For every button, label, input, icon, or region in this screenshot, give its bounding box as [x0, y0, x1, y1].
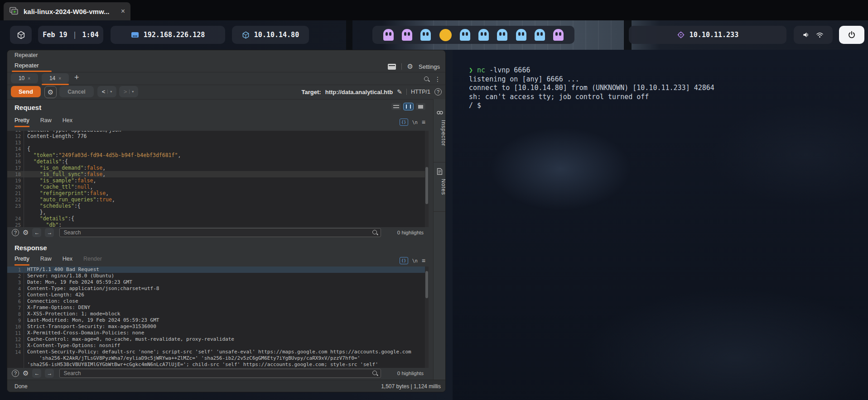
response-search-input[interactable] [59, 369, 381, 378]
taskbar-local-ip-widget[interactable]: 192.168.226.128 [111, 26, 225, 44]
code-line: 12Cache-Control: max-age=0, no-cache, mu… [7, 336, 425, 343]
power-icon [848, 31, 856, 39]
tab-repeater[interactable]: Repeater [14, 62, 39, 69]
search-prev-button[interactable]: ← [32, 369, 41, 378]
session-tab-14[interactable]: 14 × [42, 73, 69, 83]
taskbar-audio-network-widget[interactable] [794, 26, 833, 44]
taskbar-date: Feb 19 [43, 31, 67, 39]
new-session-tab-button[interactable]: + [74, 73, 79, 82]
terminal-line: sh: can't access tty; job control turned… [469, 93, 714, 102]
ghost-icon [497, 29, 507, 41]
response-editor[interactable]: 1HTTP/1.1 400 Bad Request2Server: nginx/… [7, 267, 425, 368]
tab-pretty[interactable]: Pretty [14, 256, 29, 266]
vmware-vm-tab[interactable]: kali-linux-2024-W06-vmw... × [4, 2, 130, 20]
request-view-tabs: Pretty Raw Hex [14, 117, 72, 127]
search-icon [372, 370, 378, 376]
search-next-button[interactable]: → [45, 228, 54, 237]
editor-menu-icon[interactable] [422, 257, 425, 265]
code-line: 16 "details":{ [7, 158, 425, 165]
taskbar-target-ip-widget[interactable]: 10.10.11.233 [629, 26, 786, 44]
terminal-line: connect to [10.10.14.80] from (UNKNOWN) … [469, 84, 714, 93]
session-tab-10[interactable]: 10 × [11, 73, 38, 83]
history-back-button[interactable]: <▾ [97, 86, 116, 97]
help-icon[interactable]: ? [12, 229, 19, 236]
cancel-button[interactable]: Cancel [59, 86, 94, 97]
search-prev-button[interactable]: ← [32, 228, 41, 237]
code-line: 2Server: nginx/1.18.0 (Ubuntu) [7, 273, 425, 279]
vm-tab-title: kali-linux-2024-W06-vmw... [24, 8, 110, 15]
terminal-line: ❯ nc -lvnp 6666 [469, 66, 714, 75]
taskbar-apps-widget[interactable] [10, 26, 32, 44]
request-section-title: Request [14, 104, 41, 111]
request-scrollbar-thumb[interactable] [425, 167, 428, 204]
tab-render[interactable]: Render [83, 256, 102, 266]
notes-icon[interactable] [436, 168, 444, 175]
taskbar-vpn-ip: 10.10.14.80 [254, 31, 299, 39]
editor-menu-icon[interactable] [422, 118, 425, 126]
gear-icon[interactable] [407, 62, 413, 71]
syntax-highlight-icon[interactable]: {} [400, 257, 408, 264]
request-highlight-count: 0 highlights [385, 230, 426, 235]
newline-toggle-icon[interactable]: \n [412, 258, 418, 263]
newline-toggle-icon[interactable]: \n [412, 120, 418, 125]
tab-hex[interactable]: Hex [63, 256, 72, 266]
tab-raw[interactable]: Raw [40, 117, 52, 127]
burp-window-title: Repeater [14, 52, 38, 58]
tab-raw[interactable]: Raw [40, 256, 52, 266]
taskbar-vpn-ip-widget[interactable]: 10.10.14.80 [232, 26, 309, 44]
help-icon[interactable]: ? [434, 88, 442, 95]
chevron-down-icon[interactable]: ▾ [107, 90, 112, 94]
code-line: 13X-Content-Type-Options: nosniff [7, 343, 425, 349]
network-icon [131, 31, 139, 38]
kebab-menu-icon[interactable] [434, 75, 441, 83]
code-line: 7X-Frame-Options: DENY [7, 305, 425, 311]
chevron-down-icon[interactable]: ▾ [129, 90, 134, 94]
tab-hex[interactable]: Hex [63, 117, 72, 127]
gear-icon[interactable] [23, 229, 29, 237]
request-editor[interactable]: 11Content-Type: application/json12Conten… [7, 131, 425, 227]
send-button[interactable]: Send [11, 86, 41, 97]
taskbar-pacman-widget[interactable] [372, 26, 574, 44]
terminal-window[interactable]: ❯ nc -lvnp 6666listening on [any] 6666 .… [453, 50, 868, 400]
taskbar-clock-widget[interactable]: Feb 19 | 1:04 [38, 26, 103, 44]
code-line: 18 "is_full_sync":false, [7, 171, 425, 177]
taskbar-clock-separator: | [72, 31, 78, 39]
layout-icon[interactable] [388, 64, 396, 70]
syntax-highlight-icon[interactable]: {} [400, 119, 408, 126]
help-icon[interactable]: ? [12, 370, 19, 377]
burp-window-titlebar[interactable]: Repeater [7, 50, 445, 60]
send-options-button[interactable] [44, 86, 57, 98]
layout-rows-button[interactable] [391, 103, 401, 110]
layout-single-button[interactable] [416, 103, 425, 110]
divider [434, 162, 446, 162]
ghost-icon [402, 29, 412, 41]
tab-notes[interactable]: Notes [434, 179, 446, 210]
gear-icon[interactable] [23, 369, 29, 377]
request-search-input[interactable] [59, 228, 381, 237]
tab-inspector[interactable]: Inspector [434, 120, 446, 165]
taskbar-power-button[interactable] [839, 26, 864, 44]
code-line: 11X-Permitted-Cross-Domain-Policies: non… [7, 330, 425, 336]
ghost-icon [420, 29, 431, 41]
settings-button[interactable]: Settings [419, 63, 440, 70]
vm-tab-close-icon[interactable]: × [121, 8, 125, 15]
close-icon[interactable]: × [28, 76, 30, 81]
divider [401, 63, 402, 70]
search-next-button[interactable]: → [45, 369, 54, 378]
burp-repeater-window: Repeater Repeater Settings 10 × 14 × + [7, 50, 446, 392]
taskbar-target-ip: 10.10.11.233 [690, 31, 738, 39]
response-scrollbar-thumb[interactable] [425, 271, 428, 298]
layout-columns-button[interactable] [404, 103, 413, 110]
ghost-icon [553, 29, 564, 41]
search-icon[interactable] [424, 76, 430, 82]
response-section-title: Response [14, 244, 47, 252]
inspector-icon[interactable] [436, 109, 444, 116]
response-view-tabs: Pretty Raw Hex Render [14, 256, 102, 266]
ghost-icon [460, 29, 470, 41]
code-line: 23 "schedules":{ [7, 203, 425, 209]
close-icon[interactable]: × [58, 76, 61, 81]
tab-pretty[interactable]: Pretty [14, 117, 29, 127]
code-line: 20 "cache_ttl":null, [7, 184, 425, 190]
history-forward-button[interactable]: >▾ [119, 86, 138, 97]
edit-target-icon[interactable] [397, 88, 402, 96]
